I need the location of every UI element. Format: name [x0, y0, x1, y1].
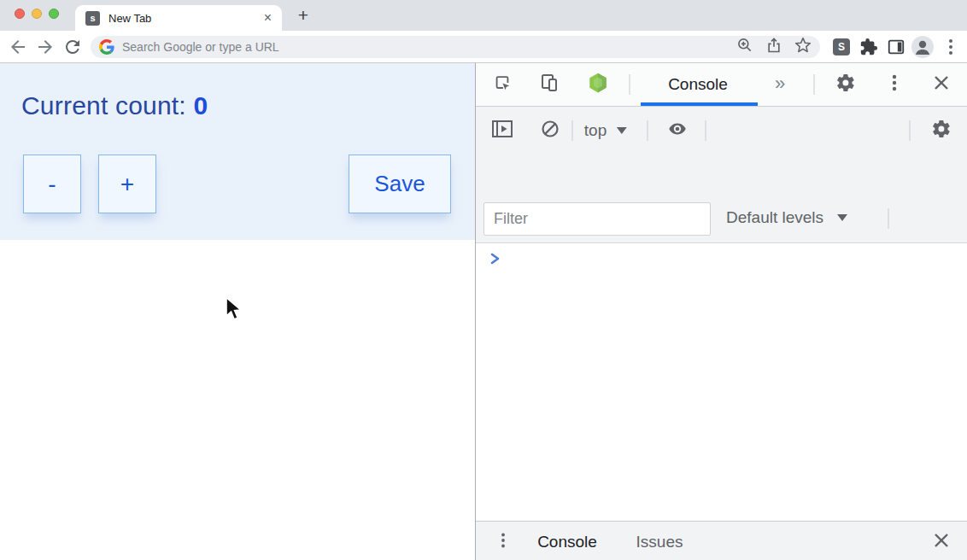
increment-button[interactable]: +	[98, 155, 156, 213]
devtools-panel: Console »	[476, 63, 967, 560]
devtools-tabbar: Console »	[476, 63, 967, 107]
page-title: Current count: 0	[21, 91, 208, 120]
tab-title: New Tab	[108, 12, 264, 25]
devtools-menu-icon[interactable]	[889, 73, 900, 96]
devtools-drawer: Console Issues	[476, 521, 967, 560]
drawer-tab-issues[interactable]: Issues	[636, 533, 683, 551]
content-area: Current count: 0 - + Save	[0, 63, 967, 560]
levels-dropdown-label: Default levels	[726, 208, 823, 227]
devtools-settings-icon[interactable]	[835, 73, 856, 96]
browser-menu-icon[interactable]	[945, 38, 957, 59]
omnibox[interactable]	[91, 36, 820, 58]
macos-close-button[interactable]	[15, 9, 25, 19]
tab-favicon-icon: s	[85, 11, 100, 26]
page-viewport: Current count: 0 - + Save	[0, 63, 475, 560]
zoom-page-icon[interactable]	[736, 37, 753, 57]
extensions-puzzle-icon[interactable]	[859, 38, 878, 60]
browser-toolbar: S	[0, 31, 967, 63]
context-selector[interactable]: top	[584, 121, 627, 140]
forward-button-icon[interactable]	[35, 37, 56, 57]
tab-strip: s New Tab × +	[0, 0, 967, 31]
filter-input[interactable]	[484, 202, 711, 236]
tab-close-icon[interactable]: ×	[264, 11, 272, 25]
browser-window: s New Tab × +	[0, 0, 967, 560]
count-label: Current count:	[21, 91, 186, 120]
share-icon[interactable]	[765, 37, 782, 57]
reload-button-icon[interactable]	[62, 37, 83, 57]
separator	[888, 208, 889, 229]
drawer-tab-console[interactable]: Console	[537, 533, 597, 551]
separator	[630, 74, 630, 95]
device-toolbar-icon[interactable]	[539, 73, 560, 96]
new-tab-button[interactable]: +	[292, 4, 314, 26]
back-button-icon[interactable]	[8, 37, 28, 57]
dropdown-caret-icon	[837, 214, 847, 221]
console-toolbar: top Default levels	[476, 107, 967, 243]
drawer-close-icon[interactable]	[933, 532, 950, 552]
inspect-element-icon[interactable]	[493, 73, 512, 96]
omnibox-input[interactable]	[122, 40, 724, 54]
dropdown-caret-icon	[617, 127, 627, 134]
separator	[706, 120, 706, 141]
macos-zoom-button[interactable]	[49, 9, 59, 19]
profile-avatar[interactable]	[911, 36, 934, 61]
google-logo-icon	[99, 39, 114, 55]
mouse-cursor	[225, 296, 243, 325]
console-tab-underline	[641, 102, 758, 106]
bookmark-star-icon[interactable]	[794, 37, 812, 57]
drawer-menu-icon[interactable]	[499, 532, 507, 552]
count-value: 0	[193, 91, 208, 120]
save-button[interactable]: Save	[349, 155, 451, 213]
separator	[910, 120, 911, 141]
console-sidebar-icon[interactable]	[491, 119, 513, 143]
live-expression-eye-icon[interactable]	[665, 120, 689, 142]
context-selector-label: top	[584, 121, 607, 140]
browser-tab[interactable]: s New Tab ×	[75, 5, 282, 31]
console-prompt-icon[interactable]	[489, 251, 501, 270]
devtools-close-icon[interactable]	[933, 74, 950, 95]
console-settings-icon[interactable]	[931, 119, 952, 143]
extension-badge-icon[interactable]: S	[833, 38, 850, 55]
tab-console[interactable]: Console	[668, 75, 728, 94]
console-messages-area[interactable]	[476, 243, 967, 521]
counter-panel: Current count: 0 - + Save	[0, 63, 475, 240]
separator	[572, 120, 573, 141]
separator	[648, 120, 648, 141]
more-tabs-icon[interactable]: »	[775, 73, 785, 95]
nodejs-icon[interactable]	[587, 72, 609, 97]
separator	[814, 74, 815, 95]
decrement-button[interactable]: -	[23, 155, 81, 213]
macos-traffic-lights	[15, 9, 59, 19]
side-panel-icon[interactable]	[887, 38, 905, 60]
clear-console-icon[interactable]	[540, 119, 560, 143]
levels-dropdown[interactable]: Default levels	[726, 208, 847, 227]
macos-minimize-button[interactable]	[32, 9, 42, 19]
